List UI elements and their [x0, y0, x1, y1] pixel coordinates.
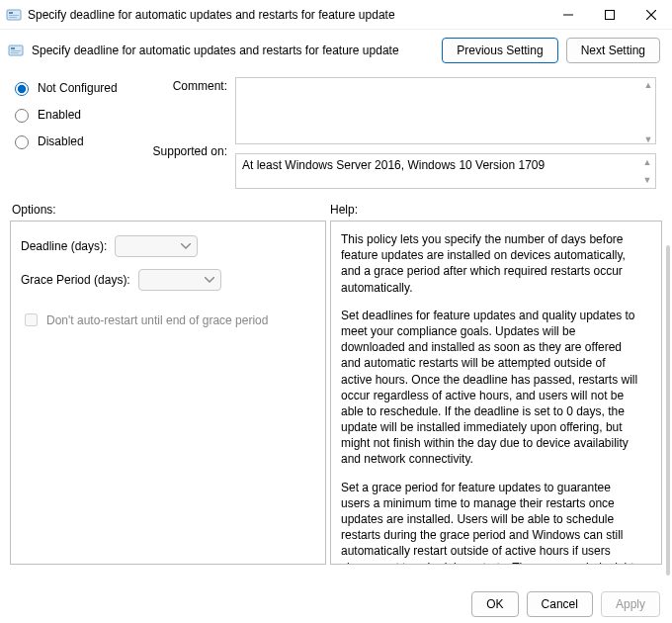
policy-subtitle: Specify deadline for automatic updates a… [32, 44, 399, 57]
policy-state-section: Not Configured Enabled Disabled Comment:… [0, 71, 672, 193]
scroll-down-icon[interactable]: ▼ [640, 132, 656, 147]
svg-rect-5 [606, 10, 615, 19]
svg-rect-2 [9, 15, 19, 16]
cancel-button[interactable]: Cancel [527, 591, 593, 617]
close-button[interactable] [630, 0, 672, 30]
minimize-button[interactable] [547, 0, 589, 30]
radio-disabled-label: Disabled [38, 134, 84, 148]
radio-enabled-input[interactable] [15, 109, 29, 123]
radio-enabled-label: Enabled [38, 108, 81, 122]
apply-button[interactable]: Apply [601, 591, 660, 617]
grace-period-select[interactable] [138, 269, 221, 291]
svg-rect-1 [9, 12, 13, 14]
radio-enabled[interactable]: Enabled [10, 106, 148, 123]
svg-rect-11 [11, 52, 19, 53]
chevron-down-icon [205, 277, 214, 283]
radio-disabled-input[interactable] [15, 135, 29, 149]
field-values-column: ▲ ▼ At least Windows Server 2016, Window… [235, 77, 662, 189]
svg-rect-3 [9, 17, 17, 18]
supported-on-label: Supported on: [152, 144, 227, 158]
radio-disabled[interactable]: Disabled [10, 133, 148, 149]
supported-on-text: At least Windows Server 2016, Windows 10… [242, 158, 545, 172]
header-row: Specify deadline for automatic updates a… [0, 30, 672, 71]
no-auto-restart-label: Don't auto-restart until end of grace pe… [46, 313, 268, 327]
state-radio-group: Not Configured Enabled Disabled [10, 77, 148, 189]
supported-scrollbar[interactable]: ▲ ▼ [639, 154, 655, 188]
options-label: Options: [12, 203, 330, 217]
chevron-down-icon [181, 243, 191, 249]
dialog-footer: OK Cancel Apply [471, 591, 660, 617]
radio-not-configured-label: Not Configured [38, 81, 118, 95]
grace-period-row: Grace Period (days): [21, 269, 315, 291]
policy-icon [8, 43, 24, 58]
svg-line-7 [646, 10, 656, 20]
comment-textarea[interactable] [235, 77, 656, 144]
comment-scrollbar[interactable]: ▲ ▼ [640, 77, 656, 147]
grace-period-label: Grace Period (days): [21, 273, 130, 287]
maximize-button[interactable] [589, 0, 630, 30]
help-paragraph: Set a grace period for feature updates t… [341, 480, 639, 565]
svg-rect-9 [11, 47, 15, 49]
supported-on-box: At least Windows Server 2016, Windows 10… [235, 153, 656, 189]
window-controls [547, 0, 672, 30]
field-labels-column: Comment: Supported on: [152, 77, 231, 189]
help-paragraph: This policy lets you specify the number … [341, 231, 639, 296]
scroll-down-icon[interactable]: ▼ [639, 172, 655, 188]
radio-not-configured-input[interactable] [15, 82, 29, 96]
svg-line-6 [646, 10, 656, 20]
no-auto-restart-checkbox[interactable] [25, 313, 38, 326]
svg-rect-10 [11, 50, 21, 51]
scroll-up-icon[interactable]: ▲ [640, 77, 656, 93]
section-labels: Options: Help: [0, 193, 672, 221]
window-scrollbar[interactable] [666, 245, 670, 576]
help-pane[interactable]: This policy lets you specify the number … [330, 221, 662, 565]
ok-button[interactable]: OK [471, 591, 518, 617]
policy-icon [6, 7, 22, 23]
comment-label: Comment: [152, 79, 227, 93]
options-pane: Deadline (days): Grace Period (days): Do… [10, 221, 326, 565]
window-title: Specify deadline for automatic updates a… [28, 8, 547, 22]
no-auto-restart-row: Don't auto-restart until end of grace pe… [21, 311, 315, 329]
radio-not-configured[interactable]: Not Configured [10, 79, 148, 96]
help-label: Help: [330, 203, 660, 217]
help-paragraph: Set deadlines for feature updates and qu… [341, 308, 639, 468]
scroll-up-icon[interactable]: ▲ [639, 154, 655, 170]
next-setting-button[interactable]: Next Setting [566, 38, 660, 63]
deadline-label: Deadline (days): [21, 239, 107, 253]
title-bar: Specify deadline for automatic updates a… [0, 0, 672, 30]
panes: Deadline (days): Grace Period (days): Do… [0, 221, 672, 565]
deadline-select[interactable] [115, 235, 198, 257]
previous-setting-button[interactable]: Previous Setting [442, 38, 557, 63]
deadline-row: Deadline (days): [21, 235, 315, 257]
